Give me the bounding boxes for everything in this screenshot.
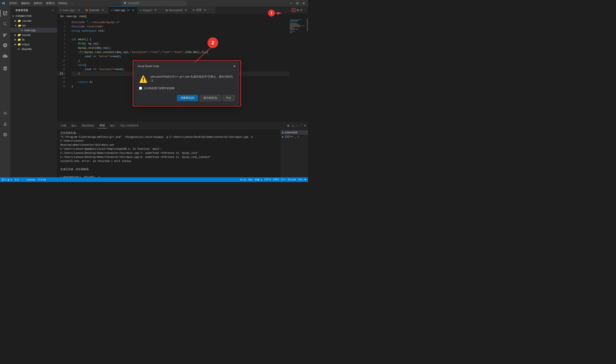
sidebar-more-icon[interactable]: ⋯ bbox=[51, 9, 55, 12]
activity-outline[interactable] bbox=[0, 108, 10, 118]
dialog-title-bar: Visual Studio Code ✕ bbox=[135, 62, 239, 70]
svg-text:0: 0 bbox=[2, 179, 3, 181]
folder-arrow-icon: ▶ bbox=[14, 43, 16, 46]
status-bar-right: 行 13，列 6 空格: 4 UTF-8 CRLF C++ Go Live Go… bbox=[240, 178, 306, 181]
tree-label-output: output bbox=[22, 43, 29, 46]
dialog: Visual Studio Code ✕ ⚠️ preLaunchTask'C/… bbox=[135, 62, 239, 105]
tree-label-lib: lib bbox=[22, 38, 25, 41]
dialog-close-button[interactable]: ✕ bbox=[232, 64, 237, 68]
status-bar: 0 0 0 ⓪ 0 ↔ Connect ⏱ 6 hrs 行 13，列 6 空格:… bbox=[0, 177, 308, 182]
status-errors[interactable]: 0 0 0 bbox=[2, 178, 12, 181]
activity-account[interactable] bbox=[0, 119, 10, 129]
sidebar: 资源管理器 ⋯ ▼ CONNECTOR ▶ 📁 .vscode ▼ 📂 bin bbox=[10, 6, 57, 177]
activity-explorer[interactable] bbox=[0, 8, 10, 18]
tree-item-include[interactable]: ▶ 📁 include bbox=[10, 32, 57, 37]
dialog-checkbox-area: 记住我在用户设置中的选择 bbox=[135, 87, 239, 93]
warning-icon: ⚠️ bbox=[139, 75, 148, 83]
tree-label-vscode: .vscode bbox=[22, 19, 31, 22]
tree-label-bin: bin bbox=[22, 24, 26, 27]
svg-rect-4 bbox=[8, 181, 9, 181]
file-explorer-tree: ▼ CONNECTOR ▶ 📁 .vscode ▼ 📂 bin ● main.c… bbox=[10, 13, 57, 177]
folder-arrow-icon: ▶ bbox=[14, 39, 16, 41]
menu-goto[interactable]: 转到(G) bbox=[57, 1, 69, 6]
folder-arrow-icon: ▶ bbox=[14, 34, 16, 36]
menu-file[interactable]: 文件(F) bbox=[7, 1, 19, 6]
tree-item-lib[interactable]: ▶ 📁 lib bbox=[10, 37, 57, 42]
remember-choice-checkbox[interactable] bbox=[139, 87, 142, 90]
status-warnings[interactable]: ⓪ 0 bbox=[14, 178, 19, 181]
abort-button[interactable]: 中止 bbox=[222, 95, 235, 101]
sidebar-header-actions: ⋯ bbox=[51, 9, 55, 12]
dialog-message-text: preLaunchTask'C/C++: g++.exe 生成活动文件'已终止，… bbox=[151, 75, 235, 83]
status-language[interactable]: C++ bbox=[281, 178, 286, 181]
activity-extensions[interactable] bbox=[0, 51, 10, 61]
folder-icon: 📁 bbox=[17, 38, 21, 41]
debug-anyway-button[interactable]: 仍要调试(D) bbox=[177, 95, 198, 101]
activity-settings[interactable] bbox=[0, 130, 10, 140]
activity-search[interactable] bbox=[0, 19, 10, 29]
menu-bar: 文件(F) 编辑(E) 选择(S) 查看(V) 转到(G) ... bbox=[7, 1, 75, 6]
status-golive[interactable]: Go Live bbox=[288, 178, 296, 181]
restore-button[interactable]: ⊡ bbox=[295, 1, 300, 6]
folder-icon: 📁 bbox=[17, 33, 21, 37]
activity-database[interactable] bbox=[0, 63, 10, 74]
tree-item-vscode[interactable]: ▶ 📁 .vscode bbox=[10, 18, 57, 23]
close-button[interactable]: ✕ bbox=[301, 1, 306, 6]
activity-source-control[interactable] bbox=[0, 29, 10, 40]
status-connect[interactable]: Connect bbox=[26, 178, 35, 181]
status-goc[interactable]: Goc...⊕ bbox=[298, 178, 306, 181]
status-position[interactable]: 行 13，列 6 bbox=[240, 178, 252, 181]
tree-item-output[interactable]: ▶ 📁 output bbox=[10, 42, 57, 47]
tree-item-makefile[interactable]: M Makefile bbox=[10, 47, 57, 51]
title-window-controls: ─ ⊡ ✕ bbox=[288, 1, 306, 6]
dialog-container: Visual Studio Code ✕ ⚠️ preLaunchTask'C/… bbox=[135, 62, 239, 105]
folder-icon: 📁 bbox=[17, 43, 21, 46]
status-timer[interactable]: ⏱ 6 hrs bbox=[38, 178, 46, 181]
folder-icon: 📂 bbox=[18, 24, 21, 27]
explorer-title: 资源管理器 bbox=[15, 9, 28, 12]
dialog-title-label: Visual Studio Code bbox=[137, 65, 159, 68]
folder-arrow-icon: ▼ bbox=[14, 24, 17, 27]
svg-rect-3 bbox=[8, 180, 9, 180]
tree-label-main-cpp: main.cpp bbox=[24, 29, 36, 32]
tree-label-makefile: Makefile bbox=[22, 47, 32, 51]
status-spaces[interactable]: 空格: 4 bbox=[255, 178, 262, 181]
dialog-overlay: Visual Studio Code ✕ ⚠️ preLaunchTask'C/… bbox=[57, 6, 308, 177]
sidebar-header: 资源管理器 ⋯ bbox=[10, 6, 57, 13]
folder-arrow-icon: ▶ bbox=[14, 20, 16, 22]
makefile-icon: M bbox=[17, 47, 20, 51]
status-eol[interactable]: CRLF bbox=[273, 178, 279, 181]
activity-bar bbox=[0, 6, 10, 177]
search-text: connector bbox=[128, 2, 139, 5]
menu-edit[interactable]: 编辑(E) bbox=[19, 1, 31, 6]
vscode-logo-icon bbox=[2, 1, 5, 5]
tree-item-bin[interactable]: ▼ 📂 bin bbox=[10, 23, 57, 28]
menu-more[interactable]: ... bbox=[69, 1, 75, 6]
tree-item-main-cpp[interactable]: ● main.cpp bbox=[10, 28, 57, 32]
tree-label-include: include bbox=[22, 33, 31, 37]
status-sync[interactable]: ↔ bbox=[21, 178, 24, 181]
dialog-buttons: 仍要调试(D) 显示错误(S) 中止 bbox=[135, 93, 239, 104]
project-name-label: CONNECTOR bbox=[15, 15, 31, 17]
minimize-button[interactable]: ─ bbox=[288, 1, 293, 6]
show-errors-button[interactable]: 显示错误(S) bbox=[200, 95, 221, 101]
cpp-file-icon: ● bbox=[21, 29, 23, 32]
search-icon: 🔍 bbox=[124, 2, 127, 5]
activity-run-debug[interactable] bbox=[0, 40, 10, 51]
menu-view[interactable]: 查看(V) bbox=[44, 1, 56, 6]
title-bar: 文件(F) 编辑(E) 选择(S) 查看(V) 转到(G) ... 🔍 conn… bbox=[0, 0, 308, 6]
dialog-body: ⚠️ preLaunchTask'C/C++: g++.exe 生成活动文件'已… bbox=[135, 70, 239, 87]
project-arrow-icon: ▼ bbox=[12, 15, 14, 17]
checkbox-label: 记住我在用户设置中的选择 bbox=[144, 87, 175, 90]
title-search-bar[interactable]: 🔍 connector bbox=[122, 1, 186, 6]
title-bar-left: 文件(F) 编辑(E) 选择(S) 查看(V) 转到(G) ... bbox=[2, 1, 75, 6]
menu-select[interactable]: 选择(S) bbox=[32, 1, 44, 6]
status-encoding[interactable]: UTF-8 bbox=[264, 178, 271, 181]
folder-icon: 📁 bbox=[17, 19, 21, 22]
tree-project-root[interactable]: ▼ CONNECTOR bbox=[10, 14, 57, 18]
